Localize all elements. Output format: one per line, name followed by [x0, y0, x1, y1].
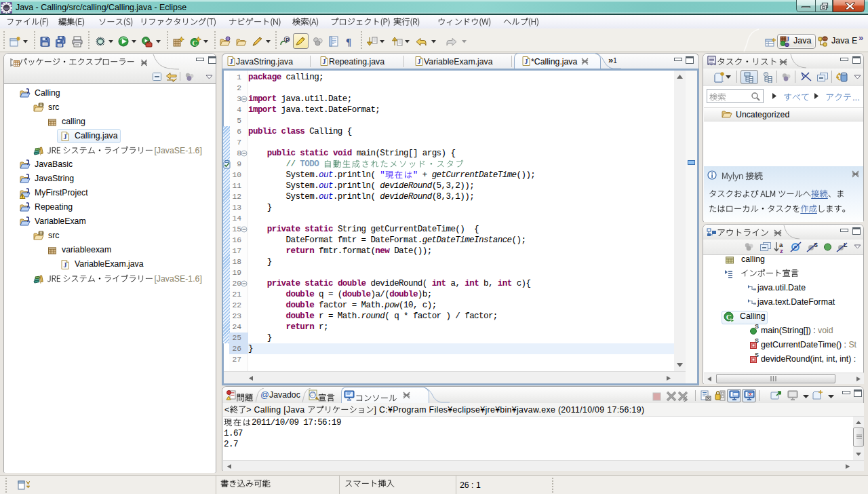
svg-text:P: P	[285, 37, 290, 43]
svg-text:J: J	[418, 58, 421, 65]
svg-text:J: J	[323, 58, 326, 65]
svg-text:J: J	[64, 261, 67, 269]
svg-text:S: S	[755, 352, 759, 358]
svg-text:J: J	[64, 133, 67, 140]
svg-text:z: z	[780, 247, 783, 254]
svg-text:J: J	[786, 35, 789, 43]
svg-text:S: S	[755, 323, 759, 330]
svg-text:S: S	[755, 337, 759, 344]
svg-text:¶: ¶	[346, 37, 351, 48]
svg-text:J: J	[230, 58, 233, 65]
svg-text:J: J	[525, 58, 528, 65]
